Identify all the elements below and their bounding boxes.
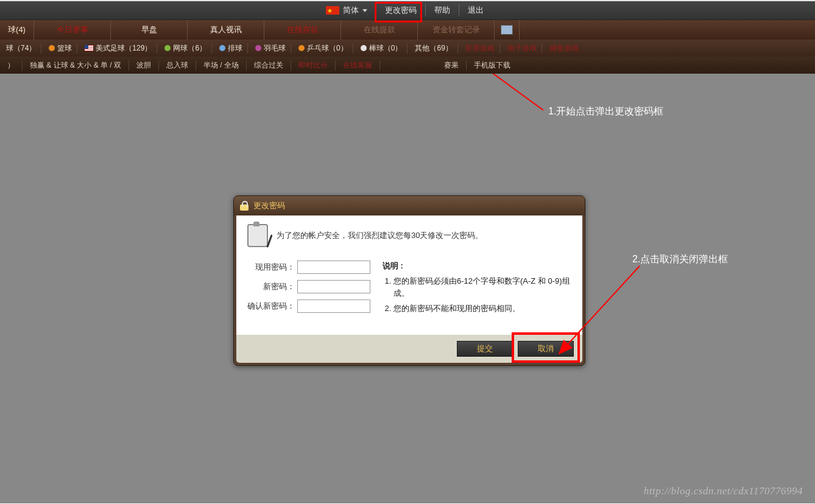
modal-intro: 为了您的帐户安全，我们强烈建议您每30天修改一次密码。 xyxy=(247,224,571,247)
ball-icon xyxy=(164,45,171,51)
description: 说明 : 您的新密码必须由6-12个字母和数字(A-Z 和 0-9)组成。 您的… xyxy=(383,261,571,319)
desc-item-2: 您的新密码不能和现用的密码相同。 xyxy=(393,303,571,315)
ball-icon xyxy=(49,45,55,51)
desc-item-1: 您的新密码必须由6-12个字母和数字(A-Z 和 0-9)组成。 xyxy=(393,275,571,299)
modal-footer: 提交 取消 xyxy=(236,335,582,363)
content-area: 1.开始点击弹出更改密码框 2.点击取消关闭弹出框 更改密码 为了您的帐户安全，… xyxy=(0,74,815,503)
filter-item[interactable]: 综合过关 xyxy=(247,60,291,71)
filter-item[interactable]: 波胆 xyxy=(129,60,159,71)
sports-bar: 球（74） 篮球 美式足球（129） 网球（6） 排球 羽毛球 乒乓球（0） 棒… xyxy=(0,40,815,57)
label-new-pw: 新密码： xyxy=(263,281,295,292)
label-confirm-pw: 确认新密码： xyxy=(247,301,295,312)
sport-badminton[interactable]: 羽毛球 xyxy=(250,43,291,54)
sport-pingpong[interactable]: 乒乓球（0） xyxy=(294,43,353,54)
us-flag-icon xyxy=(85,45,93,51)
language-label: 简体 xyxy=(343,4,359,16)
filter-bar: ） 独赢 & 让球 & 大小 & 单 / 双 波胆 总入球 半场 / 全场 综合… xyxy=(0,57,815,74)
lock-icon xyxy=(240,201,249,211)
change-password-modal: 更改密码 为了您的帐户安全，我们强烈建议您每30天修改一次密码。 现用密码： 新… xyxy=(233,195,585,366)
input-confirm-pw[interactable] xyxy=(297,299,370,313)
filter-result[interactable]: 赛果 xyxy=(437,60,467,71)
sport-lottery[interactable]: 彩票游戏 xyxy=(460,43,500,54)
annotation-text-1: 1.开始点击弹出更改密码框 xyxy=(548,105,663,118)
filter-item[interactable]: 独赢 & 让球 & 大小 & 单 / 双 xyxy=(23,60,129,71)
nav-deposit[interactable]: 在线存款 xyxy=(264,20,341,40)
filter-item[interactable]: 即时比分 xyxy=(291,60,336,71)
form-fields: 现用密码： 新密码： 确认新密码： xyxy=(247,261,370,319)
ball-icon xyxy=(361,45,367,51)
modal-title: 更改密码 xyxy=(253,200,285,211)
modal-body: 为了您的帐户安全，我们强烈建议您每30天修改一次密码。 现用密码： 新密码： 确… xyxy=(236,215,582,335)
sport-egame[interactable]: 电子游戏 xyxy=(503,43,542,54)
sport-volley[interactable]: 排球 xyxy=(214,43,248,54)
modal-header: 更改密码 xyxy=(234,196,585,215)
sport-basketball[interactable]: 篮球 xyxy=(44,43,77,54)
nav-transfer[interactable]: 资金转套记录 xyxy=(418,20,495,40)
sport-baseball[interactable]: 棒球（0） xyxy=(356,43,408,54)
change-password-link[interactable]: 更改密码 xyxy=(376,4,426,16)
watermark: http://blog.csdn.net/cdx1170776994 xyxy=(644,485,803,497)
nav-live[interactable]: 真人视讯 xyxy=(188,20,264,40)
help-link[interactable]: 帮助 xyxy=(426,4,459,16)
ball-icon xyxy=(298,45,305,51)
filter-item[interactable]: 总入球 xyxy=(159,60,196,71)
label-current-pw: 现用密码： xyxy=(255,262,295,273)
clipboard-icon xyxy=(247,224,268,247)
nav-early[interactable]: 早盘 xyxy=(111,20,188,40)
flag-cn-icon xyxy=(326,6,339,15)
sport-item[interactable]: 球（74） xyxy=(1,43,41,54)
submit-button[interactable]: 提交 xyxy=(457,341,513,357)
sport-fish[interactable]: 捕鱼游戏 xyxy=(545,43,584,54)
annotation-text-2: 2.点击取消关闭弹出框 xyxy=(632,253,728,266)
svg-line-0 xyxy=(426,74,543,110)
cancel-button[interactable]: 取消 xyxy=(518,341,574,357)
filter-item[interactable]: ） xyxy=(0,60,23,71)
desc-title: 说明 : xyxy=(383,261,571,271)
input-current-pw[interactable] xyxy=(297,261,370,274)
monitor-icon xyxy=(501,25,513,35)
sport-other[interactable]: 其他（69） xyxy=(410,43,457,54)
sport-tennis[interactable]: 网球（6） xyxy=(160,43,212,54)
filter-mobile[interactable]: 手机版下载 xyxy=(467,60,815,71)
intro-text: 为了您的帐户安全，我们强烈建议您每30天修改一次密码。 xyxy=(277,230,483,241)
filter-item[interactable]: 半场 / 全场 xyxy=(196,60,247,71)
nav-monitor[interactable] xyxy=(495,20,520,40)
filter-item[interactable]: 在线客服 xyxy=(336,60,380,71)
logout-link[interactable]: 退出 xyxy=(459,4,492,16)
ball-icon xyxy=(219,45,225,51)
main-nav: 球(4) 今日赛事 早盘 真人视讯 在线存款 在线提款 资金转套记录 xyxy=(0,20,815,40)
nav-soccer[interactable]: 球(4) xyxy=(0,20,34,40)
nav-today[interactable]: 今日赛事 xyxy=(34,20,111,40)
caret-down-icon xyxy=(362,9,367,12)
nav-withdraw[interactable]: 在线提款 xyxy=(341,20,418,40)
top-bar: 简体 更改密码 帮助 退出 xyxy=(0,0,815,20)
language-switch[interactable]: 简体 xyxy=(317,4,376,16)
sport-usfootball[interactable]: 美式足球（129） xyxy=(80,43,157,54)
input-new-pw[interactable] xyxy=(297,280,370,293)
shuttle-icon xyxy=(255,45,261,51)
